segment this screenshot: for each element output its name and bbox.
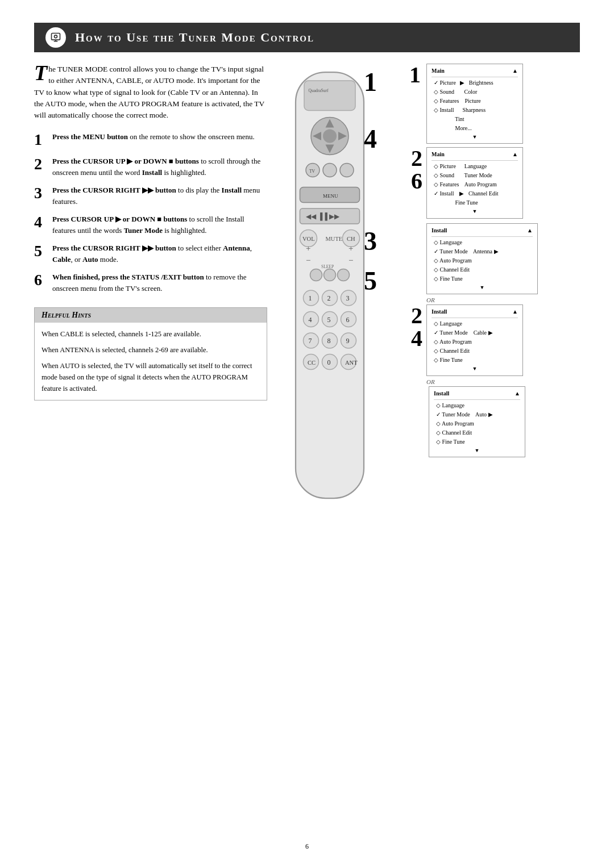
step-4-content: Press CURSOR UP ▶ or DOWN ■ buttons to s… bbox=[52, 214, 267, 236]
step-6: 6 When finished, press the STATUS /EXIT … bbox=[34, 272, 267, 294]
menu-item: ◇ Fine Tune bbox=[432, 274, 533, 283]
screen-group-cable: 2 4 Install▲ ◇ Language ✓ Tuner Mode Cab… bbox=[409, 304, 523, 375]
menu-item: ✓ Install ▶ Channel Edit bbox=[432, 189, 518, 198]
svg-text:+: + bbox=[349, 244, 353, 253]
step-3-number: 3 bbox=[34, 185, 52, 202]
svg-point-32 bbox=[338, 269, 350, 281]
menu-item: ◇ Install Sharpness bbox=[432, 106, 518, 115]
screen-step-1: 1 bbox=[409, 64, 424, 86]
hint-1: When CABLE is selected, channels 1-125 a… bbox=[42, 328, 260, 340]
svg-rect-5 bbox=[304, 81, 355, 111]
menu-install-cable-title: Install▲ bbox=[432, 307, 518, 318]
menu-item: ◇ Sound Tuner Mode bbox=[432, 171, 518, 180]
svg-point-15 bbox=[323, 164, 337, 177]
intro-body: he TUNER MODE control allows you to chan… bbox=[34, 65, 264, 119]
svg-text:CH: CH bbox=[347, 236, 355, 242]
svg-text:4: 4 bbox=[309, 316, 312, 324]
menu-main-2-title: Main▲ bbox=[432, 150, 518, 161]
svg-text:0: 0 bbox=[327, 358, 331, 366]
page-number: 6 bbox=[305, 842, 309, 851]
overlay-5: 5 bbox=[364, 268, 377, 294]
svg-text:8: 8 bbox=[327, 337, 331, 345]
menu-triangle-down: ▼ bbox=[432, 365, 518, 373]
menu-item: ✓ Tuner Mode Cable ▶ bbox=[432, 328, 518, 337]
menu-item: ◇ Channel Edit bbox=[432, 265, 533, 274]
step-2-number: 2 bbox=[34, 156, 52, 173]
menu-triangle-down: ▼ bbox=[432, 283, 533, 291]
svg-text:9: 9 bbox=[346, 337, 350, 345]
svg-text:3: 3 bbox=[346, 294, 350, 302]
menu-item: ✓ Tuner Mode Antenna ▶ bbox=[432, 247, 533, 256]
step-5-content: Press the CURSOR RIGHT ▶▶ button to sele… bbox=[52, 243, 267, 265]
step-1: 1 Press the MENU button on the remote to… bbox=[34, 131, 267, 149]
step-6-content: When finished, press the STATUS /EXIT bu… bbox=[52, 272, 267, 294]
overlay-3: 3 bbox=[364, 228, 377, 254]
menu-item: More... bbox=[432, 124, 518, 133]
screen-group-auto: Install▲ ◇ Language ✓ Tuner Mode Auto ▶ … bbox=[409, 386, 525, 457]
menu-item: ◇ Picture Language bbox=[432, 162, 518, 171]
svg-text:MENU: MENU bbox=[323, 193, 338, 199]
hint-2: When ANTENNA is selected, channels 2-69 … bbox=[42, 344, 260, 356]
right-column: 1 4 3 5 QuadraSurf bbox=[279, 64, 580, 509]
overlay-2: 2 bbox=[411, 147, 422, 170]
menu-item: Tint bbox=[432, 115, 518, 124]
menu-item: ✓ Picture ▶ Brightness bbox=[432, 78, 518, 87]
hints-title: Helpful Hints bbox=[35, 308, 267, 323]
page-title: How to Use the Tuner Mode Control bbox=[75, 30, 314, 45]
menu-main-1-title: Main▲ bbox=[432, 66, 518, 77]
step-5-number: 5 bbox=[34, 243, 52, 260]
step-1-content: Press the MENU button on the remote to s… bbox=[52, 131, 267, 143]
menu-item: Fine Tune bbox=[432, 198, 518, 207]
or-label-1: OR bbox=[426, 297, 435, 303]
step-4: 4 Press CURSOR UP ▶ or DOWN ■ buttons to… bbox=[34, 214, 267, 236]
menu-triangle-down: ▼ bbox=[432, 207, 518, 215]
overlay-4: 4 bbox=[364, 126, 377, 152]
menu-install-antenna: Install▲ ◇ Language ✓ Tuner Mode Antenna… bbox=[426, 223, 538, 294]
screen-group-antenna: Install▲ ◇ Language ✓ Tuner Mode Antenna… bbox=[409, 223, 538, 294]
menu-item: ◇ Channel Edit bbox=[434, 428, 520, 437]
svg-text:6: 6 bbox=[346, 316, 350, 324]
menu-install-auto: Install▲ ◇ Language ✓ Tuner Mode Auto ▶ … bbox=[429, 386, 525, 457]
menu-item: ◇ Auto Program bbox=[434, 419, 520, 428]
menu-item: ✓ Tuner Mode Auto ▶ bbox=[434, 410, 520, 419]
menu-install-cable: Install▲ ◇ Language ✓ Tuner Mode Cable ▶… bbox=[426, 304, 523, 375]
svg-text:CC: CC bbox=[308, 360, 316, 366]
screen-step-24: 2 4 bbox=[409, 304, 424, 350]
hint-3: When AUTO is selected, the TV will autom… bbox=[42, 360, 260, 394]
overlay-6: 6 bbox=[411, 170, 422, 193]
svg-point-1 bbox=[55, 35, 57, 38]
hints-content: When CABLE is selected, channels 1-125 a… bbox=[35, 323, 267, 400]
step-5: 5 Press the CURSOR RIGHT ▶▶ button to se… bbox=[34, 243, 267, 265]
overlay-4b: 4 bbox=[411, 327, 422, 350]
screen-group-1: 1 Main▲ ✓ Picture ▶ Brightness ◇ Sound C… bbox=[409, 64, 523, 144]
menu-item: ◇ Auto Program bbox=[432, 256, 533, 265]
step-2: 2 Press the CURSOR UP ▶ or DOWN ■ button… bbox=[34, 156, 267, 178]
menu-main-2: Main▲ ◇ Picture Language ◇ Sound Tuner M… bbox=[426, 147, 523, 218]
overlay-2b: 2 bbox=[411, 304, 422, 327]
steps-list: 1 Press the MENU button on the remote to… bbox=[34, 131, 267, 294]
screen-step-26: 2 6 bbox=[409, 147, 424, 193]
svg-text:+: + bbox=[306, 244, 310, 253]
menu-item: ◇ Sound Color bbox=[432, 87, 518, 97]
svg-text:MUTE: MUTE bbox=[326, 236, 343, 242]
menu-item: ◇ Language bbox=[432, 319, 518, 328]
menu-item: ◇ Fine Tune bbox=[432, 356, 518, 365]
hints-section: Helpful Hints When CABLE is selected, ch… bbox=[34, 307, 267, 400]
menu-item: ◇ Auto Program bbox=[432, 337, 518, 347]
menu-item: ◇ Language bbox=[434, 401, 520, 410]
svg-text:VOL: VOL bbox=[302, 236, 315, 242]
intro-text: The TUNER MODE control allows you to cha… bbox=[34, 64, 267, 121]
screen-group-2: 2 6 Main▲ ◇ Picture Language ◇ Sound Tun… bbox=[409, 147, 523, 218]
menu-item: ◇ Channel Edit bbox=[432, 347, 518, 356]
drop-cap: T bbox=[34, 64, 47, 82]
screens-and-labels: 1 Main▲ ✓ Picture ▶ Brightness ◇ Sound C… bbox=[409, 64, 538, 509]
menu-install-auto-title: Install▲ bbox=[434, 389, 520, 400]
menu-item: ◇ Features Picture bbox=[432, 97, 518, 106]
or-label-2: OR bbox=[426, 378, 435, 385]
svg-text:◀◀  ▐▐  ▶▶: ◀◀ ▐▐ ▶▶ bbox=[306, 212, 340, 221]
left-column: The TUNER MODE control allows you to cha… bbox=[34, 64, 267, 509]
step-4-number: 4 bbox=[34, 214, 52, 231]
svg-text:TV: TV bbox=[309, 169, 316, 174]
step-3-content: Press the CURSOR RIGHT ▶▶ button to dis … bbox=[52, 185, 267, 207]
svg-text:SLEEP: SLEEP bbox=[321, 264, 334, 269]
